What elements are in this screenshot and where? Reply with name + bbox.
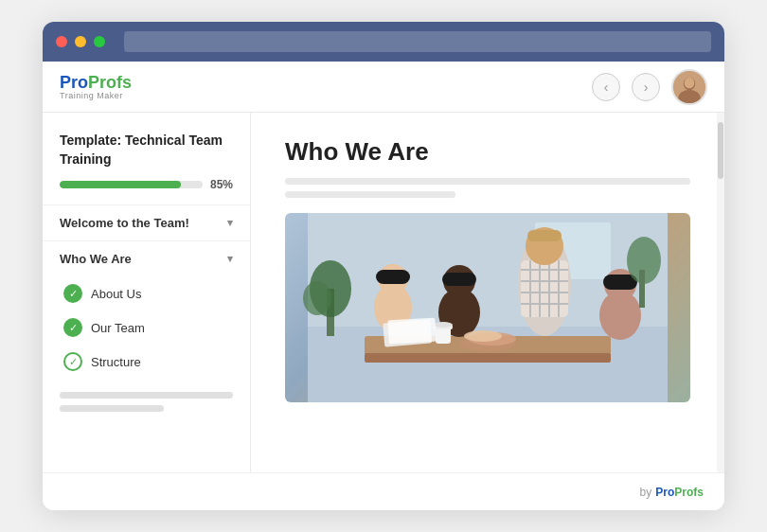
- svg-rect-17: [442, 273, 476, 286]
- minimize-icon[interactable]: [75, 36, 86, 47]
- progress-bar-bg: [60, 181, 203, 188]
- template-title: Template: Technical Team Training: [43, 132, 250, 178]
- svg-point-35: [464, 330, 502, 342]
- page-title: Who We Are: [285, 137, 690, 167]
- sidebar-section-welcome: Welcome to the Team! ▾: [43, 204, 250, 240]
- logo-pro-label: Pro: [60, 74, 88, 91]
- main-content: Who We Are: [251, 113, 724, 472]
- next-button[interactable]: ›: [632, 73, 660, 101]
- svg-rect-14: [376, 270, 410, 284]
- logo-subtitle-label: Training Maker: [60, 92, 132, 100]
- check-full-icon: ✓: [63, 284, 82, 303]
- chevron-down-icon: ▾: [227, 217, 233, 229]
- aboutus-label: About Us: [91, 287, 141, 301]
- svg-rect-8: [365, 353, 611, 363]
- team-photo: [285, 213, 690, 402]
- svg-point-3: [685, 77, 695, 88]
- sidebar: Template: Technical Team Training 85% We…: [43, 113, 251, 472]
- check-partial-icon: ✓: [63, 352, 82, 371]
- progress-label: 85%: [210, 178, 233, 191]
- scrollbar-track[interactable]: [717, 113, 724, 472]
- browser-titlebar: [43, 22, 724, 62]
- ourteam-label: Our Team: [91, 321, 145, 335]
- avatar[interactable]: [671, 69, 707, 105]
- svg-point-11: [303, 281, 331, 315]
- footer-by-label: by: [640, 486, 652, 499]
- browser-footer: by ProProfs: [43, 472, 724, 510]
- structure-label: Structure: [91, 355, 141, 369]
- sidebar-section-welcome-header[interactable]: Welcome to the Team! ▾: [43, 205, 250, 240]
- close-icon[interactable]: [56, 36, 67, 47]
- footer-profs-label: Profs: [674, 486, 704, 499]
- sidebar-section-whoweare-header[interactable]: Who We Are ▾: [43, 241, 250, 276]
- sidebar-section-whoweare: Who We Are ▾ ✓ About Us ✓ Our Team ✓ Str…: [43, 240, 250, 379]
- svg-rect-42: [387, 318, 436, 345]
- team-illustration: [285, 213, 690, 402]
- check-full-icon-2: ✓: [63, 318, 82, 337]
- welcome-section-label: Welcome to the Team!: [60, 216, 189, 230]
- app-toolbar: Pro Profs Training Maker ‹ ›: [43, 62, 724, 113]
- scrollbar-thumb[interactable]: [718, 122, 723, 179]
- progress-bar-fill: [60, 181, 181, 188]
- footer-logo: ProProfs: [655, 486, 704, 499]
- svg-point-38: [434, 322, 453, 328]
- address-bar[interactable]: [124, 31, 711, 52]
- content-area: Template: Technical Team Training 85% We…: [43, 113, 724, 472]
- footer-pro-label: Pro: [655, 486, 674, 499]
- svg-rect-40: [639, 270, 645, 308]
- logo-profs-label: Profs: [88, 74, 132, 91]
- sidebar-item-structure[interactable]: ✓ Structure: [43, 345, 250, 379]
- content-placeholder-line-2: [285, 191, 455, 198]
- sidebar-placeholder-line-2: [60, 405, 164, 412]
- sidebar-item-aboutus[interactable]: ✓ About Us: [43, 276, 250, 310]
- prev-button[interactable]: ‹: [592, 73, 620, 101]
- sidebar-footer: [43, 379, 250, 432]
- chevron-down-icon-2: ▾: [227, 253, 233, 265]
- maximize-icon[interactable]: [94, 36, 105, 47]
- proprofs-logo: Pro Profs Training Maker: [60, 74, 132, 100]
- content-placeholder-line-1: [285, 178, 690, 185]
- svg-rect-29: [527, 230, 562, 241]
- sidebar-placeholder-line-1: [60, 392, 233, 399]
- browser-window: Pro Profs Training Maker ‹ › Template: T…: [43, 22, 724, 510]
- sidebar-item-ourteam[interactable]: ✓ Our Team: [43, 310, 250, 345]
- whoweare-section-label: Who We Are: [60, 252, 132, 266]
- progress-container: 85%: [43, 178, 250, 204]
